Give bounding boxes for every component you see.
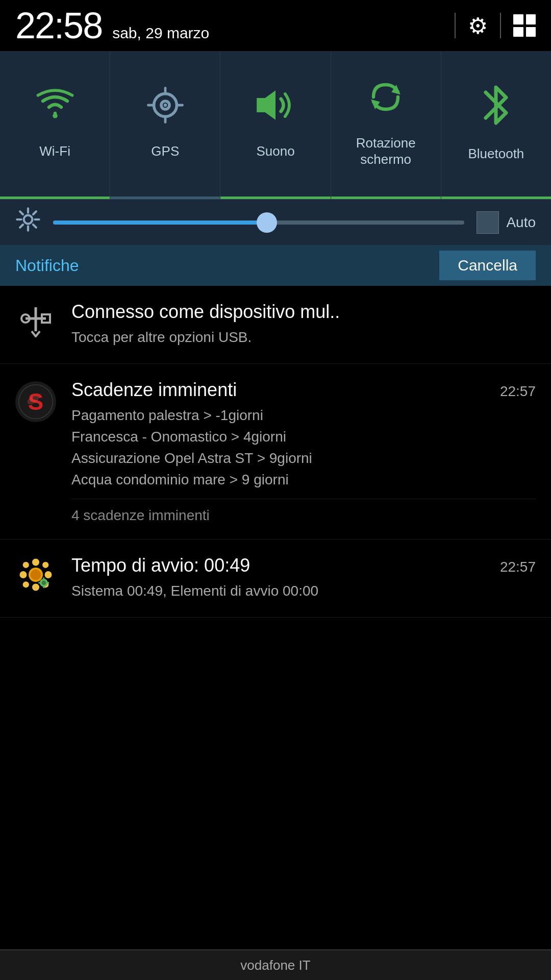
avvio-notification-text: Sistema 00:49, Elementi di avvio 00:00 <box>71 583 318 599</box>
rotation-underline <box>331 197 441 199</box>
grid-cell <box>513 14 523 24</box>
svg-line-17 <box>33 225 36 228</box>
wifi-underline <box>0 197 110 199</box>
usb-title-row: Connesso come dispositivo mul.. <box>71 301 536 323</box>
toggle-sound[interactable]: Suono <box>220 51 331 199</box>
grid-cell <box>526 14 536 24</box>
gps-underline <box>110 197 220 199</box>
scadenze-title-row: Scadenze imminenti 22:57 <box>71 379 536 401</box>
svg-point-32 <box>23 562 29 568</box>
usb-notification-content: Connesso come dispositivo mul.. Tocca pe… <box>71 301 536 348</box>
status-date: sab, 29 marzo <box>112 24 209 42</box>
scadenze-notification-summary: 4 scadenze imminenti <box>71 499 536 524</box>
status-time: 22:58 <box>15 5 102 46</box>
rotation-icon <box>365 77 406 127</box>
gear-notif-icon <box>18 557 54 599</box>
notification-avvio[interactable]: Tempo di avvio: 00:49 22:57 Sistema 00:4… <box>0 540 551 618</box>
sound-label: Suono <box>256 143 294 159</box>
wifi-label: Wi-Fi <box>39 143 70 159</box>
scadenze-line-1: Pagamento palestra > -1giorni <box>71 405 536 426</box>
scadenze-line-2: Francesca - Onomastico > 4giorni <box>71 426 536 448</box>
svg-line-19 <box>20 225 23 228</box>
wifi-icon <box>35 85 76 135</box>
scadenze-app-icon: S <box>15 381 56 422</box>
scadenze-notification-content: Scadenze imminenti 22:57 Pagamento pales… <box>71 379 536 524</box>
bottom-bar: vodafone IT <box>0 949 551 980</box>
bluetooth-icon <box>478 82 514 138</box>
svg-point-29 <box>32 584 39 591</box>
notifications-list: Connesso come dispositivo mul.. Tocca pe… <box>0 286 551 618</box>
svg-point-30 <box>20 571 27 578</box>
brightness-gear-icon[interactable] <box>15 207 41 238</box>
gps-label: GPS <box>151 143 179 159</box>
svg-point-33 <box>42 562 48 568</box>
sound-underline <box>220 197 330 199</box>
carrier-text: vodafone IT <box>240 958 310 973</box>
svg-point-28 <box>32 559 39 566</box>
avvio-notification-time: 22:57 <box>500 559 536 575</box>
usb-icon <box>20 303 51 346</box>
avvio-notification-title: Tempo di avvio: 00:49 <box>71 555 250 576</box>
svg-line-18 <box>33 211 36 214</box>
grid-icon[interactable] <box>513 14 536 37</box>
bluetooth-underline <box>441 197 551 199</box>
status-divider <box>455 13 456 38</box>
notification-scadenze[interactable]: S Scadenze imminenti 22:57 Pagamento pal… <box>0 364 551 540</box>
brightness-fill <box>53 220 267 225</box>
grid-cell <box>513 27 523 37</box>
svg-point-3 <box>164 104 167 107</box>
scadenze-icon-wrap: S <box>15 379 56 422</box>
brightness-thumb <box>257 212 277 233</box>
scadenze-notification-time: 22:57 <box>500 383 536 400</box>
sound-icon <box>253 85 298 135</box>
scadenze-line-3: Assicurazione Opel Astra ST > 9giorni <box>71 448 536 469</box>
svg-marker-8 <box>257 90 276 119</box>
toggle-bluetooth[interactable]: Bluetooth <box>441 51 551 199</box>
notifications-title: Notifiche <box>15 256 439 275</box>
auto-brightness: Auto <box>477 211 536 234</box>
rotation-label: Rotazione schermo <box>356 135 416 167</box>
avvio-icon-wrap <box>15 555 56 599</box>
clear-notifications-button[interactable]: Cancella <box>439 251 536 280</box>
svg-point-36 <box>31 570 41 580</box>
settings-icon[interactable]: ⚙ <box>468 13 488 39</box>
notification-usb[interactable]: Connesso come dispositivo mul.. Tocca pe… <box>0 286 551 364</box>
notifications-header: Notifiche Cancella <box>0 245 551 286</box>
avvio-notification-content: Tempo di avvio: 00:49 22:57 Sistema 00:4… <box>71 555 536 602</box>
svg-point-34 <box>23 581 29 587</box>
usb-notification-title: Connesso come dispositivo mul.. <box>71 301 340 323</box>
svg-point-38 <box>41 580 46 585</box>
svg-line-16 <box>20 211 23 214</box>
gps-icon <box>145 85 186 135</box>
usb-notification-text: Tocca per altre opzioni USB. <box>71 329 252 345</box>
scadenze-line-4: Acqua condominio mare > 9 giorni <box>71 469 536 491</box>
bluetooth-label: Bluetooth <box>468 146 524 162</box>
status-bar: 22:58 sab, 29 marzo ⚙ <box>0 0 551 51</box>
quick-toggles: Wi-Fi GPS Suono <box>0 51 551 199</box>
svg-point-11 <box>24 215 33 224</box>
toggle-rotation[interactable]: Rotazione schermo <box>331 51 441 199</box>
status-divider-2 <box>500 13 501 38</box>
toggle-wifi[interactable]: Wi-Fi <box>0 51 110 199</box>
avvio-title-row: Tempo di avvio: 00:49 22:57 <box>71 555 536 576</box>
svg-point-31 <box>45 571 52 578</box>
auto-label: Auto <box>506 214 536 231</box>
brightness-slider[interactable] <box>53 220 464 225</box>
brightness-row: Auto <box>0 199 551 245</box>
scadenze-notification-title: Scadenze imminenti <box>71 379 237 401</box>
grid-cell <box>526 27 536 37</box>
svg-point-0 <box>53 113 58 118</box>
auto-checkbox[interactable] <box>477 211 499 234</box>
status-right: ⚙ <box>455 13 536 39</box>
status-left: 22:58 sab, 29 marzo <box>15 5 209 46</box>
usb-icon-wrap <box>15 301 56 346</box>
toggle-gps[interactable]: GPS <box>110 51 220 199</box>
scadenze-notification-text: Pagamento palestra > -1giorni Francesca … <box>71 405 536 491</box>
